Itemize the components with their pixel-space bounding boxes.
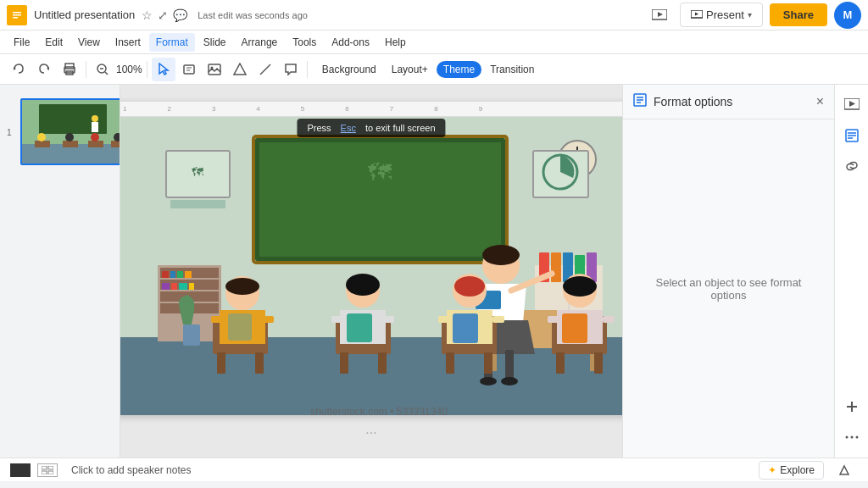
svg-rect-29 bbox=[88, 141, 103, 147]
svg-point-95 bbox=[346, 274, 380, 296]
menu-format[interactable]: Format bbox=[149, 33, 195, 52]
image-tool[interactable] bbox=[203, 58, 226, 81]
svg-text:🗺: 🗺 bbox=[192, 165, 203, 179]
svg-rect-17 bbox=[184, 65, 194, 74]
menu-addons[interactable]: Add-ons bbox=[325, 33, 376, 52]
grid-view-btn[interactable] bbox=[37, 463, 58, 477]
svg-rect-68 bbox=[551, 252, 561, 282]
speaker-notes-label[interactable]: Click to add speaker notes bbox=[71, 464, 191, 476]
svg-point-130 bbox=[850, 436, 853, 439]
chat-icon[interactable]: 💬 bbox=[173, 8, 187, 22]
menu-file[interactable]: File bbox=[7, 33, 36, 52]
svg-rect-57 bbox=[185, 271, 192, 278]
svg-rect-88 bbox=[228, 313, 252, 341]
explore-button[interactable]: ✦ Explore bbox=[759, 461, 824, 480]
notification-link[interactable]: Esc bbox=[341, 123, 356, 133]
slideshow-side-btn[interactable] bbox=[838, 92, 865, 119]
redo-button[interactable] bbox=[32, 58, 56, 81]
svg-rect-84 bbox=[217, 352, 225, 374]
svg-marker-16 bbox=[159, 64, 168, 75]
side-icons-panel bbox=[834, 85, 868, 458]
collapse-panel-btn[interactable] bbox=[831, 457, 858, 484]
svg-rect-28 bbox=[63, 141, 78, 147]
svg-point-31 bbox=[37, 133, 46, 141]
comment-tool[interactable] bbox=[279, 58, 303, 81]
svg-point-35 bbox=[92, 115, 98, 122]
svg-rect-104 bbox=[453, 313, 478, 343]
star-icon[interactable]: ☆ bbox=[142, 8, 153, 22]
slideshow-icon-btn[interactable] bbox=[646, 2, 673, 29]
separator-2 bbox=[147, 61, 147, 78]
slide-thumbnail[interactable] bbox=[20, 98, 120, 165]
menu-help[interactable]: Help bbox=[378, 33, 413, 52]
svg-rect-135 bbox=[48, 471, 53, 474]
slide-panel: 1 bbox=[0, 85, 120, 458]
menu-view[interactable]: View bbox=[71, 33, 107, 52]
svg-rect-2 bbox=[13, 14, 21, 16]
present-button[interactable]: Present ▾ bbox=[680, 3, 763, 27]
svg-rect-108 bbox=[556, 352, 565, 374]
shape-tool[interactable] bbox=[228, 58, 252, 81]
move-icon[interactable]: ⤢ bbox=[158, 8, 168, 22]
svg-marker-5 bbox=[658, 12, 663, 17]
notification-text2: to exit full screen bbox=[365, 123, 436, 133]
svg-line-15 bbox=[105, 72, 108, 75]
toolbar: 100% Background Layout+ Theme Transition bbox=[0, 54, 868, 85]
svg-rect-105 bbox=[438, 316, 450, 323]
add-side-btn[interactable] bbox=[838, 393, 865, 420]
text-box-tool[interactable] bbox=[177, 58, 201, 81]
notification-text: Press bbox=[307, 123, 331, 133]
svg-line-23 bbox=[260, 64, 270, 75]
svg-rect-36 bbox=[92, 122, 98, 132]
svg-point-131 bbox=[855, 436, 858, 439]
menu-slide[interactable]: Slide bbox=[197, 33, 233, 52]
zoom-value: 100% bbox=[116, 64, 142, 75]
menu-bar: File Edit View Insert Format Slide Arran… bbox=[0, 30, 868, 54]
menu-arrange[interactable]: Arrange bbox=[235, 33, 285, 52]
classroom-image: 🗺 🗺 bbox=[120, 117, 622, 415]
link-side-btn[interactable] bbox=[838, 152, 865, 180]
svg-rect-61 bbox=[179, 283, 187, 290]
zoom-control[interactable]: 100% bbox=[91, 58, 142, 81]
menu-tools[interactable]: Tools bbox=[286, 33, 323, 52]
svg-text:shutterstock.com • 533331340: shutterstock.com • 533331340 bbox=[310, 406, 448, 415]
format-panel-close-button[interactable]: × bbox=[816, 94, 824, 109]
svg-rect-90 bbox=[262, 316, 274, 323]
format-side-btn[interactable] bbox=[838, 122, 865, 149]
undo-button[interactable] bbox=[7, 58, 31, 81]
cursor-tool[interactable] bbox=[152, 58, 175, 81]
menu-edit[interactable]: Edit bbox=[38, 33, 70, 52]
normal-view-btn[interactable] bbox=[10, 463, 31, 477]
svg-rect-85 bbox=[255, 352, 264, 374]
svg-rect-62 bbox=[189, 283, 194, 290]
print-button[interactable] bbox=[58, 58, 81, 81]
slide-editor[interactable]: Press Esc to exit full screen 123456789 … bbox=[120, 85, 622, 458]
line-tool[interactable] bbox=[253, 58, 277, 81]
share-button[interactable]: Share bbox=[770, 3, 827, 26]
slide-content[interactable]: 🗺 🗺 bbox=[120, 117, 622, 415]
svg-marker-7 bbox=[695, 12, 698, 15]
menu-insert[interactable]: Insert bbox=[108, 33, 147, 52]
svg-rect-101 bbox=[484, 352, 492, 374]
transition-btn[interactable]: Transition bbox=[483, 61, 541, 78]
format-panel-header: Format options × bbox=[623, 85, 834, 119]
zoom-out-btn[interactable] bbox=[91, 58, 114, 81]
svg-point-103 bbox=[454, 276, 485, 297]
main-area: 1 bbox=[0, 85, 868, 458]
background-btn[interactable]: Background bbox=[315, 61, 383, 78]
svg-point-32 bbox=[65, 133, 74, 141]
more-side-btn[interactable] bbox=[838, 424, 865, 451]
title-bar: Untitled presentation ☆ ⤢ 💬 Last edit wa… bbox=[0, 0, 868, 30]
svg-rect-10 bbox=[65, 64, 74, 69]
svg-rect-27 bbox=[35, 141, 50, 147]
svg-rect-106 bbox=[492, 316, 504, 323]
right-panel: Format options × Select an object to see… bbox=[622, 85, 868, 458]
svg-rect-97 bbox=[331, 316, 343, 323]
svg-point-82 bbox=[501, 377, 518, 385]
theme-btn[interactable]: Theme bbox=[437, 61, 481, 78]
svg-marker-136 bbox=[840, 466, 849, 474]
slide-canvas[interactable]: 123456789 12345 bbox=[120, 102, 622, 415]
layout-btn[interactable]: Layout+ bbox=[385, 61, 435, 78]
svg-rect-92 bbox=[340, 352, 348, 374]
svg-point-111 bbox=[563, 276, 597, 297]
